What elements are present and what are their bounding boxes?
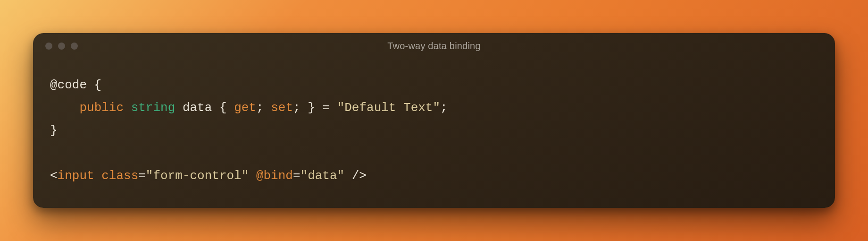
tok-accessor-open: { <box>219 101 234 115</box>
tok-attr-class: class <box>101 169 138 183</box>
code-line-1: @code { <box>50 78 101 92</box>
code-line-5: <input class="form-control" @bind="data"… <box>50 169 367 183</box>
tok-lt: < <box>50 169 58 183</box>
traffic-lights <box>45 43 78 50</box>
tok-string-literal: "Default Text" <box>337 101 440 115</box>
tok-indent <box>50 101 79 115</box>
tok-get: get <box>234 101 256 115</box>
window-title: Two-way data binding <box>387 41 480 52</box>
traffic-light-minimize-icon[interactable] <box>58 43 65 50</box>
tok-tag-input: input <box>58 169 94 183</box>
window-titlebar: Two-way data binding <box>33 33 835 60</box>
code-line-2: public string data { get; set; } = "Defa… <box>50 101 448 115</box>
tok-accessor-close: } <box>300 101 315 115</box>
traffic-light-zoom-icon[interactable] <box>71 43 78 50</box>
tok-set: set <box>271 101 293 115</box>
tok-attrval-class: "form-control" <box>146 169 249 183</box>
code-line-3: } <box>50 123 58 138</box>
tok-ident-data: data <box>183 101 212 115</box>
code-window: Two-way data binding @code { public stri… <box>33 33 835 208</box>
tok-brace-close: } <box>50 123 58 138</box>
tok-public: public <box>79 101 124 115</box>
tok-string-type: string <box>131 101 175 115</box>
tok-attr-bind: @bind <box>256 169 293 183</box>
tok-selfclose: /> <box>352 169 367 183</box>
tok-attrval-bind: "data" <box>300 169 345 183</box>
code-area[interactable]: @code { public string data { get; set; }… <box>33 60 835 208</box>
tok-at-code: @code <box>50 78 87 92</box>
traffic-light-close-icon[interactable] <box>45 43 52 50</box>
tok-brace-open: { <box>87 78 101 92</box>
